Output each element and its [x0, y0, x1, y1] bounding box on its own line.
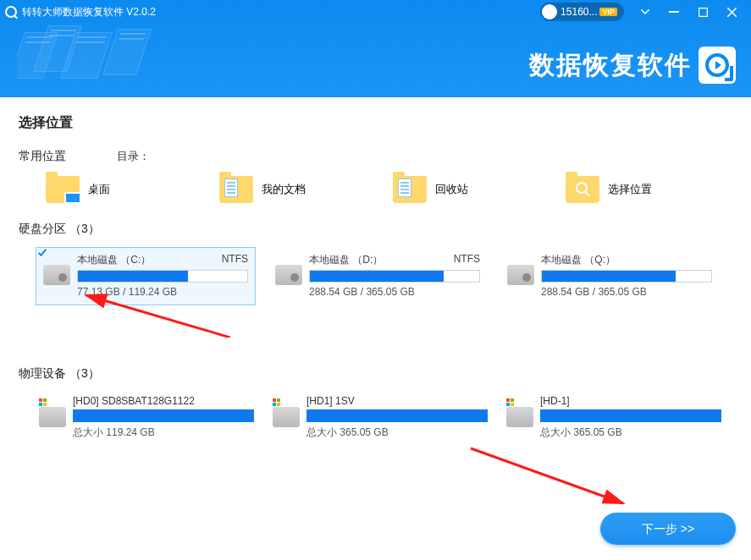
folder-icon	[46, 176, 80, 203]
device-icon	[506, 407, 533, 427]
device-name: [HD0] SD8SBAT128G1122	[73, 395, 254, 407]
app-logo-icon	[5, 6, 17, 18]
folder-icon	[566, 176, 599, 203]
folder-icon	[219, 176, 253, 203]
common-locations-row: 桌面 我的文档 回收站 选择位置	[19, 176, 732, 203]
partition-size: 288.54 GB / 365.05 GB	[541, 286, 712, 298]
device-card[interactable]: [HD1] 1SV 总大小 365.05 GB	[269, 392, 491, 443]
device-icon	[273, 407, 300, 427]
device-bar	[306, 409, 488, 422]
device-size: 总大小 365.05 GB	[306, 425, 488, 440]
next-button[interactable]: 下一步 >>	[600, 513, 736, 545]
page-title: 选择位置	[19, 114, 732, 132]
maximize-button[interactable]	[688, 0, 717, 24]
partition-card[interactable]: 本地磁盘 （C:） NTFS 77.13 GB / 119.24 GB	[36, 247, 256, 305]
minimize-button[interactable]	[660, 0, 688, 24]
location-label: 回收站	[435, 182, 468, 197]
partition-card[interactable]: 本地磁盘 （Q:） 288.54 GB / 365.05 GB	[500, 247, 720, 305]
svg-rect-0	[669, 11, 679, 13]
app-header: 转转大师数据恢复软件 V2.0.2 15160... VIP	[0, 0, 751, 97]
device-bar	[540, 409, 721, 422]
location-choose[interactable]: 选择位置	[566, 176, 732, 203]
device-name: [HD1] 1SV	[306, 395, 488, 407]
directory-label: 目录：	[117, 149, 150, 164]
svg-rect-1	[699, 8, 707, 16]
partitions-header: 硬盘分区 （3）	[19, 222, 732, 237]
location-label: 选择位置	[608, 182, 652, 197]
device-name: [HD-1]	[540, 395, 721, 407]
user-chip[interactable]: 15160... VIP	[540, 3, 624, 21]
check-icon	[38, 247, 47, 256]
device-card[interactable]: [HD0] SD8SBAT128G1122 总大小 119.24 GB	[36, 392, 257, 443]
location-label: 桌面	[88, 182, 110, 197]
brand-logo-icon	[699, 47, 736, 84]
svg-line-3	[471, 448, 623, 503]
close-button[interactable]	[717, 0, 746, 24]
content-area: 选择位置 常用位置 目录： 桌面 我的文档 回收站 选择位置 硬盘分区 （3）	[0, 97, 751, 443]
partition-fs: NTFS	[454, 253, 480, 267]
partition-name: 本地磁盘 （Q:）	[541, 253, 616, 267]
dropdown-icon[interactable]	[631, 0, 660, 24]
usage-bar	[309, 270, 480, 283]
usage-bar	[77, 270, 248, 283]
device-card[interactable]: [HD-1] 总大小 365.05 GB	[503, 392, 725, 443]
common-locations-label: 常用位置	[19, 149, 66, 164]
device-bar	[73, 409, 254, 422]
device-size: 总大小 119.24 GB	[73, 425, 254, 440]
folder-icon	[393, 176, 427, 203]
user-id: 15160...	[560, 6, 597, 18]
location-desktop[interactable]: 桌面	[46, 176, 213, 203]
devices-header: 物理设备 （3）	[19, 366, 732, 382]
usage-bar	[541, 270, 712, 283]
partition-size: 288.54 GB / 365.05 GB	[309, 286, 480, 298]
disk-icon	[275, 265, 302, 285]
disk-icon	[43, 265, 70, 285]
device-icon	[39, 407, 66, 427]
partition-size: 77.13 GB / 119.24 GB	[77, 286, 248, 298]
location-recycle-bin[interactable]: 回收站	[393, 176, 560, 203]
brand-text: 数据恢复软件	[529, 48, 692, 83]
annotation-arrow	[462, 444, 632, 512]
location-documents[interactable]: 我的文档	[219, 176, 386, 203]
avatar	[542, 4, 557, 19]
brand-area: 数据恢复软件	[529, 47, 736, 84]
partitions-row: 本地磁盘 （C:） NTFS 77.13 GB / 119.24 GB 本地磁盘…	[19, 247, 732, 305]
disk-icon	[507, 265, 534, 285]
vip-badge: VIP	[599, 8, 617, 16]
partition-card[interactable]: 本地磁盘 （D:） NTFS 288.54 GB / 365.05 GB	[268, 247, 488, 305]
app-title: 转转大师数据恢复软件 V2.0.2	[22, 5, 156, 19]
partition-name: 本地磁盘 （C:）	[77, 253, 151, 267]
common-locations-header: 常用位置 目录：	[19, 149, 732, 164]
title-bar: 转转大师数据恢复软件 V2.0.2 15160... VIP	[0, 0, 751, 24]
location-label: 我的文档	[262, 182, 306, 197]
header-decoration	[17, 25, 169, 85]
device-size: 总大小 365.05 GB	[540, 425, 721, 440]
partition-fs: NTFS	[222, 253, 248, 267]
partition-name: 本地磁盘 （D:）	[309, 253, 383, 267]
devices-row: [HD0] SD8SBAT128G1122 总大小 119.24 GB [HD1…	[19, 392, 732, 443]
window-controls	[631, 0, 746, 24]
